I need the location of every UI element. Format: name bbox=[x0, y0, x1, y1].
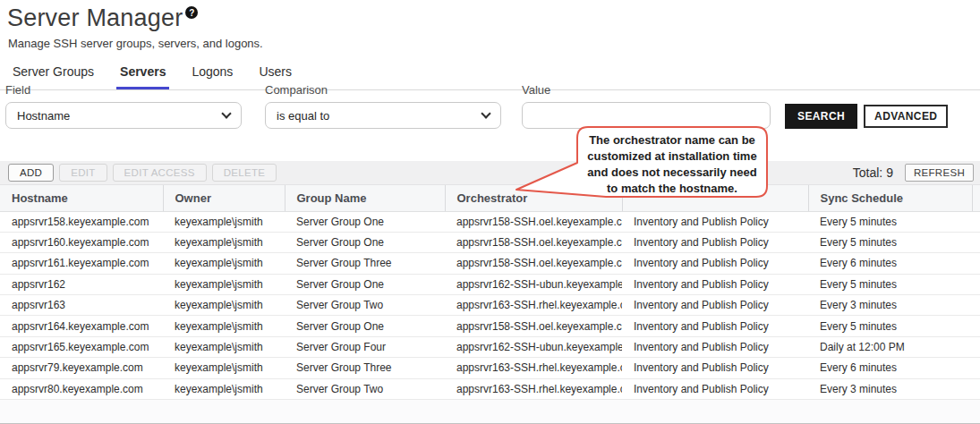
cell-sync-schedule: Every 5 minutes bbox=[808, 316, 972, 336]
page-header: Server Manager ? Manage SSH server group… bbox=[0, 0, 980, 90]
cell-filler bbox=[972, 295, 980, 316]
help-icon[interactable]: ? bbox=[185, 6, 198, 19]
cell-group-name: Server Group One bbox=[285, 232, 445, 252]
cell-sync-schedule: Every 5 minutes bbox=[808, 232, 972, 252]
grid-toolbar: ADD EDIT EDIT ACCESS DELETE Total: 9 REF… bbox=[0, 161, 980, 185]
cell-sync-schedule: Every 3 minutes bbox=[808, 295, 972, 316]
cell-hostname: appsrvr164.keyexample.com bbox=[0, 316, 163, 336]
cell-group-name: Server Group One bbox=[285, 316, 445, 336]
cell-policy: Inventory and Publish Policy bbox=[622, 358, 808, 378]
page-title: Server Manager bbox=[7, 4, 183, 32]
cell-hostname: appsrvr163 bbox=[0, 295, 163, 316]
advanced-button[interactable]: ADVANCED bbox=[864, 105, 948, 128]
cell-orchestrator: appsrvr163-SSH.rhel.keyexample.com bbox=[445, 295, 622, 316]
cell-group-name: Server Group Two bbox=[285, 295, 445, 316]
table-row[interactable]: appsrvr161.keyexample.com keyexample\jsm… bbox=[0, 253, 980, 274]
table-row[interactable]: appsrvr80.keyexample.com keyexample\jsmi… bbox=[0, 378, 980, 399]
cell-hostname: appsrvr79.keyexample.com bbox=[0, 358, 163, 378]
field-select-value: Hostname bbox=[17, 109, 70, 123]
orchestrator-callout: The orchestrator name can be customized … bbox=[513, 123, 774, 208]
table-body: appsrvr158.keyexample.com keyexample\jsm… bbox=[0, 211, 980, 400]
table-row[interactable]: appsrvr158.keyexample.com keyexample\jsm… bbox=[0, 211, 980, 232]
cell-group-name: Server Group One bbox=[285, 274, 445, 294]
delete-button: DELETE bbox=[212, 164, 277, 182]
chevron-down-icon bbox=[481, 108, 490, 118]
cell-owner: keyexample\jsmith bbox=[163, 232, 285, 252]
search-button[interactable]: SEARCH bbox=[785, 104, 857, 129]
servers-grid: ADD EDIT EDIT ACCESS DELETE Total: 9 REF… bbox=[0, 161, 980, 423]
cell-orchestrator: appsrvr163-SSH.rhel.keyexample.com bbox=[445, 378, 622, 399]
cell-orchestrator: appsrvr162-SSH-ubun.keyexample.com bbox=[445, 274, 622, 294]
cell-filler bbox=[972, 274, 980, 294]
comparison-select[interactable]: is equal to bbox=[265, 102, 501, 129]
table-row[interactable]: appsrvr79.keyexample.com keyexample\jsmi… bbox=[0, 358, 980, 378]
total-value: 9 bbox=[886, 165, 893, 180]
cell-filler bbox=[972, 316, 980, 336]
column-header-sync-schedule[interactable]: Sync Schedule bbox=[808, 185, 972, 211]
cell-owner: keyexample\jsmith bbox=[163, 211, 285, 232]
cell-policy: Inventory and Publish Policy bbox=[622, 211, 808, 232]
cell-owner: keyexample\jsmith bbox=[163, 274, 285, 294]
cell-orchestrator: appsrvr158-SSH.oel.keyexample.com bbox=[445, 211, 622, 232]
cell-group-name: Server Group Two bbox=[285, 378, 445, 399]
cell-policy: Inventory and Publish Policy bbox=[622, 336, 808, 357]
cell-orchestrator: appsrvr162-SSH-ubun.keyexample.com bbox=[445, 336, 622, 357]
cell-policy: Inventory and Publish Policy bbox=[622, 295, 808, 316]
server-manager-screen: Server Manager ? Manage SSH server group… bbox=[0, 0, 980, 424]
column-header-group-name[interactable]: Group Name bbox=[285, 185, 445, 211]
servers-table: Hostname Owner Group Name Orchestrator S… bbox=[0, 185, 980, 400]
chevron-down-icon bbox=[221, 108, 231, 118]
cell-owner: keyexample\jsmith bbox=[163, 378, 285, 399]
field-label: Field bbox=[5, 83, 242, 98]
column-header-filler bbox=[972, 185, 980, 211]
cell-orchestrator: appsrvr158-SSH.oel.keyexample.com bbox=[445, 253, 622, 274]
total-count: Total: 9 bbox=[853, 165, 893, 180]
search-filters: Field Hostname Comparison is equal to Va… bbox=[0, 83, 980, 129]
cell-sync-schedule: Every 5 minutes bbox=[808, 274, 972, 294]
cell-orchestrator: appsrvr158-SSH.oel.keyexample.com bbox=[445, 316, 622, 336]
cell-sync-schedule: Daily at 12:00 PM bbox=[808, 336, 972, 357]
cell-hostname: appsrvr165.keyexample.com bbox=[0, 336, 163, 357]
table-row[interactable]: appsrvr165.keyexample.com keyexample\jsm… bbox=[0, 336, 980, 357]
cell-owner: keyexample\jsmith bbox=[163, 336, 285, 357]
comparison-select-value: is equal to bbox=[277, 109, 329, 123]
cell-group-name: Server Group Four bbox=[285, 336, 445, 357]
cell-sync-schedule: Every 5 minutes bbox=[808, 211, 972, 232]
table-footer bbox=[0, 400, 980, 423]
cell-hostname: appsrvr162 bbox=[0, 274, 163, 294]
value-label: Value bbox=[522, 83, 771, 98]
cell-orchestrator: appsrvr163-SSH.rhel.keyexample.com bbox=[445, 358, 622, 378]
cell-group-name: Server Group Three bbox=[285, 358, 445, 378]
cell-policy: Inventory and Publish Policy bbox=[622, 378, 808, 399]
cell-filler bbox=[972, 211, 980, 232]
refresh-button[interactable]: REFRESH bbox=[905, 164, 974, 182]
cell-group-name: Server Group One bbox=[285, 211, 445, 232]
cell-sync-schedule: Every 6 minutes bbox=[808, 253, 972, 274]
cell-owner: keyexample\jsmith bbox=[163, 253, 285, 274]
table-row[interactable]: appsrvr160.keyexample.com keyexample\jsm… bbox=[0, 232, 980, 252]
cell-sync-schedule: Every 6 minutes bbox=[808, 358, 972, 378]
table-row[interactable]: appsrvr162 keyexample\jsmith Server Grou… bbox=[0, 274, 980, 294]
cell-hostname: appsrvr160.keyexample.com bbox=[0, 232, 163, 252]
cell-policy: Inventory and Publish Policy bbox=[622, 253, 808, 274]
callout-text: The orchestrator name can be customized … bbox=[581, 132, 763, 197]
field-select[interactable]: Hostname bbox=[5, 102, 242, 129]
cell-owner: keyexample\jsmith bbox=[163, 295, 285, 316]
cell-orchestrator: appsrvr158-SSH.oel.keyexample.com bbox=[445, 232, 622, 252]
cell-filler bbox=[972, 336, 980, 357]
cell-hostname: appsrvr161.keyexample.com bbox=[0, 253, 163, 274]
cell-filler bbox=[972, 358, 980, 378]
column-header-owner[interactable]: Owner bbox=[163, 185, 285, 211]
add-button[interactable]: ADD bbox=[8, 164, 54, 182]
edit-access-button: EDIT ACCESS bbox=[113, 164, 207, 182]
comparison-label: Comparison bbox=[265, 83, 501, 98]
cell-policy: Inventory and Publish Policy bbox=[622, 316, 808, 336]
page-subtitle: Manage SSH server groups, servers, and l… bbox=[0, 32, 980, 50]
cell-hostname: appsrvr158.keyexample.com bbox=[0, 211, 163, 232]
column-header-hostname[interactable]: Hostname bbox=[0, 185, 163, 211]
table-row[interactable]: appsrvr163 keyexample\jsmith Server Grou… bbox=[0, 295, 980, 316]
cell-policy: Inventory and Publish Policy bbox=[622, 274, 808, 294]
cell-hostname: appsrvr80.keyexample.com bbox=[0, 378, 163, 399]
table-row[interactable]: appsrvr164.keyexample.com keyexample\jsm… bbox=[0, 316, 980, 336]
cell-filler bbox=[972, 232, 980, 252]
